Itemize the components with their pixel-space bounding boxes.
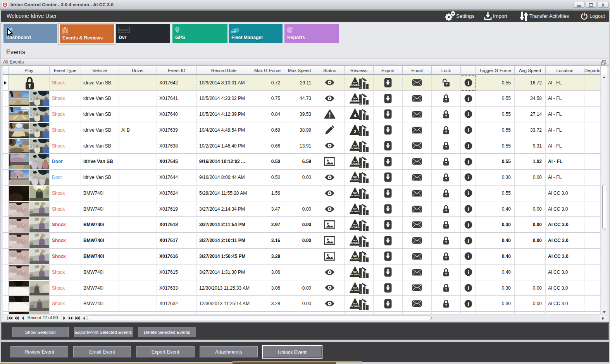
svg-text:SCORE: SCORE	[351, 210, 359, 213]
svg-text:NO: NO	[353, 254, 357, 257]
svg-text:SCORE: SCORE	[351, 178, 359, 181]
svg-text:NO: NO	[353, 302, 357, 304]
svg-text:SCORE: SCORE	[351, 194, 359, 197]
svg-text:NO: NO	[353, 207, 357, 210]
svg-text:NO: NO	[353, 81, 357, 83]
svg-text:MERGE: MERGE	[119, 29, 129, 31]
svg-text:NO: NO	[353, 286, 357, 288]
svg-text:SCORE: SCORE	[351, 241, 359, 244]
svg-text:SCORE: SCORE	[351, 99, 359, 102]
svg-text:NO: NO	[353, 175, 357, 178]
svg-text:NO: NO	[353, 191, 357, 194]
svg-text:SCORE: SCORE	[351, 83, 359, 86]
svg-text:SCORE: SCORE	[351, 288, 359, 291]
svg-text:SCORE: SCORE	[351, 257, 359, 260]
svg-text:SCORE: SCORE	[351, 304, 359, 307]
svg-text:NO: NO	[353, 144, 357, 146]
svg-text:SCORE: SCORE	[351, 225, 359, 228]
svg-text:NO: NO	[353, 239, 357, 241]
svg-text:SCORE: SCORE	[351, 273, 359, 276]
svg-text:NO: NO	[353, 223, 357, 225]
svg-text:NO: NO	[353, 270, 357, 273]
svg-text:SCORE: SCORE	[351, 162, 359, 165]
svg-text:NO: NO	[353, 160, 357, 162]
svg-text:NO: NO	[353, 96, 357, 99]
svg-text:4: 4	[353, 113, 357, 118]
svg-text:SCORE: SCORE	[351, 146, 359, 149]
svg-text:2: 2	[353, 129, 356, 134]
